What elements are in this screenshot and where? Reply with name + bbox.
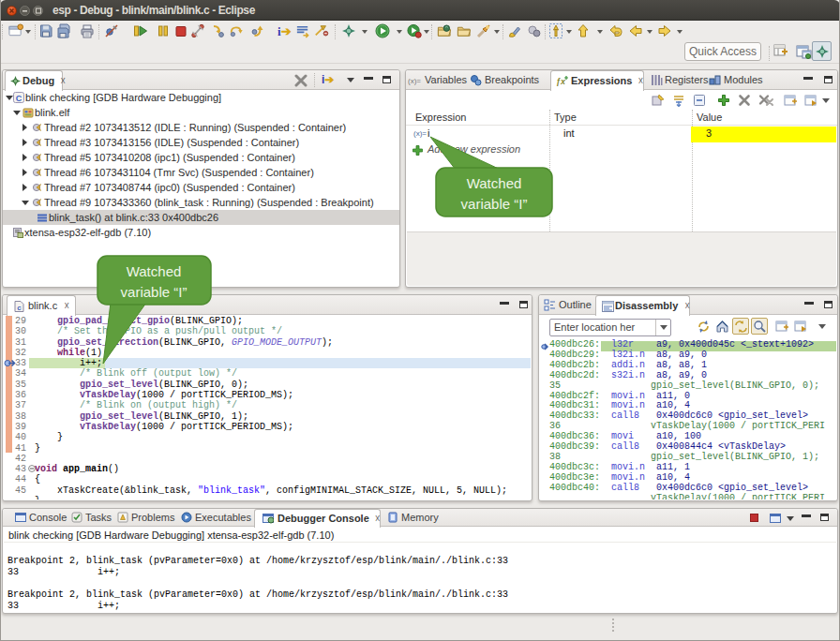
svg-text:(x)=: (x)= [408, 77, 421, 85]
svg-text:C: C [16, 94, 22, 103]
svg-text:c: c [17, 304, 22, 312]
